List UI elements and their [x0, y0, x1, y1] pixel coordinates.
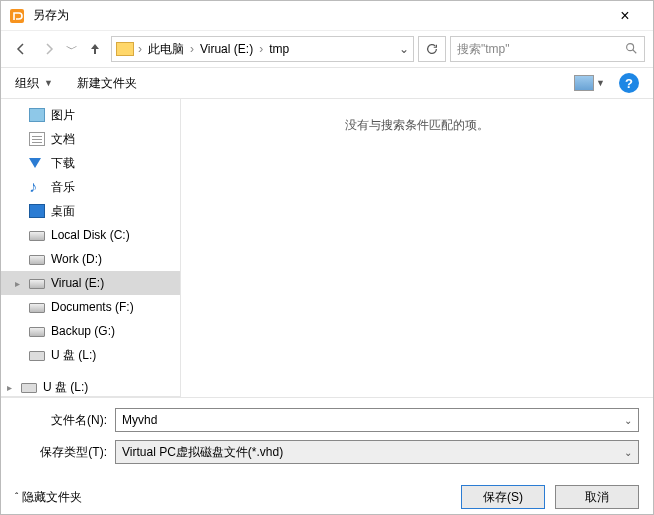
usb-icon — [21, 383, 37, 393]
filetype-label: 保存类型(T): — [15, 444, 115, 461]
tree-local-c[interactable]: Local Disk (C:) — [1, 223, 180, 247]
tree-pictures[interactable]: 图片 — [1, 103, 180, 127]
chevron-right-icon: › — [138, 42, 142, 56]
disk-icon — [29, 279, 45, 289]
caret-right-icon: ▸ — [15, 278, 23, 289]
svg-point-1 — [627, 43, 634, 50]
hide-folders-button[interactable]: ˆ 隐藏文件夹 — [15, 489, 82, 506]
back-button[interactable] — [9, 37, 33, 61]
tree-documents-f[interactable]: Documents (F:) — [1, 295, 180, 319]
tree-u-l2[interactable]: ▸U 盘 (L:) — [1, 375, 180, 397]
disk-icon — [29, 255, 45, 265]
app-icon — [9, 8, 25, 24]
window-title: 另存为 — [33, 7, 605, 24]
refresh-button[interactable] — [418, 36, 446, 62]
filetype-select[interactable]: Virtual PC虚拟磁盘文件(*.vhd)⌄ — [115, 440, 639, 464]
filename-input[interactable]: Myvhd⌄ — [115, 408, 639, 432]
titlebar: 另存为 × — [1, 1, 653, 31]
address-dropdown-icon[interactable]: ⌄ — [399, 42, 409, 56]
download-icon — [29, 156, 45, 170]
tree-work-d[interactable]: Work (D:) — [1, 247, 180, 271]
help-button[interactable]: ? — [619, 73, 639, 93]
fields-panel: 文件名(N): Myvhd⌄ 保存类型(T): Virtual PC虚拟磁盘文件… — [1, 397, 653, 476]
file-list-pane: 没有与搜索条件匹配的项。 — [181, 99, 653, 397]
close-button[interactable]: × — [605, 7, 645, 25]
disk-icon — [29, 303, 45, 313]
view-button[interactable] — [574, 75, 594, 91]
tree-music[interactable]: ♪音乐 — [1, 175, 180, 199]
sidebar: 图片 文档 下载 ♪音乐 桌面 Local Disk (C:) Work (D:… — [1, 99, 181, 397]
usb-icon — [29, 351, 45, 361]
music-icon: ♪ — [29, 180, 45, 194]
tree-virual-e[interactable]: ▸Virual (E:) — [1, 271, 180, 295]
forward-button[interactable] — [37, 37, 61, 61]
cancel-button[interactable]: 取消 — [555, 485, 639, 509]
pictures-icon — [29, 108, 45, 122]
tree-backup-g[interactable]: Backup (G:) — [1, 319, 180, 343]
chevron-down-icon[interactable]: ⌄ — [624, 447, 632, 458]
new-folder-button[interactable]: 新建文件夹 — [77, 75, 137, 92]
address-bar[interactable]: › 此电脑 › Virual (E:) › tmp ⌄ — [111, 36, 414, 62]
desktop-icon — [29, 204, 45, 218]
filename-label: 文件名(N): — [15, 412, 115, 429]
save-button[interactable]: 保存(S) — [461, 485, 545, 509]
search-placeholder: 搜索"tmp" — [457, 41, 624, 58]
chevron-right-icon: › — [190, 42, 194, 56]
disk-icon — [29, 231, 45, 241]
crumb-folder[interactable]: tmp — [267, 42, 291, 56]
disk-icon — [29, 327, 45, 337]
folder-icon — [116, 42, 134, 56]
crumb-drive[interactable]: Virual (E:) — [198, 42, 255, 56]
tree-desktop[interactable]: 桌面 — [1, 199, 180, 223]
search-icon — [624, 41, 638, 58]
toolbar: 组织▼ 新建文件夹 ▼ ? — [1, 67, 653, 99]
navbar: ﹀ › 此电脑 › Virual (E:) › tmp ⌄ 搜索"tmp" — [1, 31, 653, 67]
chevron-right-icon: › — [259, 42, 263, 56]
organize-button[interactable]: 组织▼ — [15, 75, 53, 92]
up-button[interactable] — [83, 37, 107, 61]
caret-right-icon: ▸ — [7, 382, 15, 393]
tree-documents-lib[interactable]: 文档 — [1, 127, 180, 151]
footer: ˆ 隐藏文件夹 保存(S) 取消 — [1, 476, 653, 515]
empty-message: 没有与搜索条件匹配的项。 — [345, 117, 489, 397]
crumb-pc[interactable]: 此电脑 — [146, 41, 186, 58]
document-icon — [29, 132, 45, 146]
tree-u-l1[interactable]: U 盘 (L:) — [1, 343, 180, 367]
chevron-down-icon[interactable]: ⌄ — [624, 415, 632, 426]
search-input[interactable]: 搜索"tmp" — [450, 36, 645, 62]
tree-downloads[interactable]: 下载 — [1, 151, 180, 175]
svg-line-2 — [633, 49, 637, 53]
chevron-down-icon[interactable]: ▼ — [596, 78, 605, 88]
recent-dropdown[interactable]: ﹀ — [65, 37, 79, 61]
chevron-up-icon: ˆ — [15, 492, 18, 503]
